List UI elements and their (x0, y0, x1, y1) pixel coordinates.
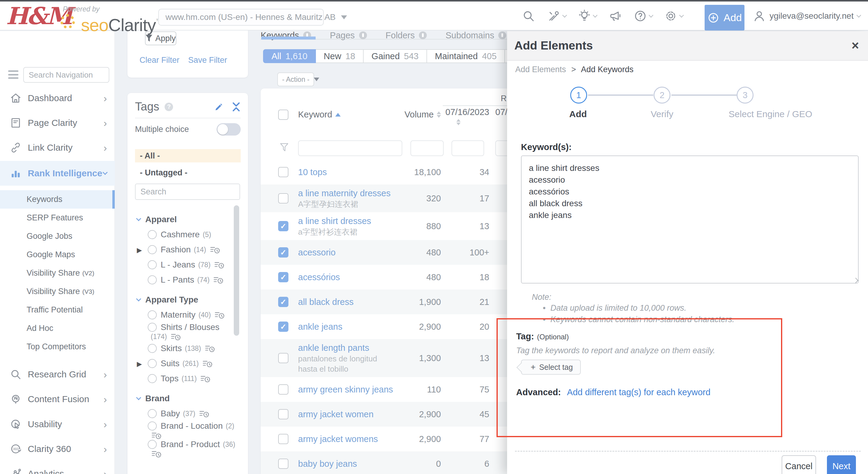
row-checkbox[interactable] (278, 321, 288, 332)
row-checkbox[interactable] (278, 459, 288, 469)
keyword-link[interactable]: acessorio (298, 248, 336, 257)
tag-tree-row[interactable]: Brand (135, 391, 237, 406)
segment-all[interactable]: All1,610 (263, 49, 316, 63)
add-button[interactable]: Add (705, 5, 744, 31)
tag-radio[interactable] (148, 275, 157, 284)
tag-tree-row[interactable]: Apparel Type (135, 292, 237, 307)
expand-arrow-icon[interactable]: ▶ (137, 360, 142, 368)
tag-filter-all[interactable]: - All - (135, 149, 241, 162)
keyword-link[interactable]: acessórios (298, 272, 340, 282)
column-header-date-1[interactable]: 07/16/2023 (412, 107, 489, 125)
tag-tree-row[interactable]: ▶ Suits (261) (135, 356, 237, 371)
row-checkbox[interactable] (278, 167, 288, 177)
sidebar-item-traffic-potential[interactable]: Traffic Potential (0, 301, 115, 319)
tools-icon[interactable] (547, 9, 566, 23)
tag-radio[interactable] (148, 310, 157, 319)
search-icon[interactable] (522, 9, 535, 23)
tag-tree-row[interactable]: Apparel (135, 212, 237, 227)
tag-tree-row[interactable]: Shirts / Blouses (174) (135, 322, 237, 341)
row-checkbox[interactable] (278, 297, 288, 307)
tag-radio[interactable] (148, 344, 157, 353)
gear-icon[interactable] (664, 9, 683, 23)
edit-tags-pencil-icon[interactable] (214, 102, 224, 112)
help-icon[interactable] (633, 9, 653, 23)
close-icon[interactable]: × (851, 39, 859, 52)
sidebar-item-visibility-share-v2[interactable]: Visibility Share(V2) (0, 264, 115, 282)
row-checkbox[interactable] (278, 221, 288, 231)
keyword-link[interactable]: 10 tops (298, 167, 327, 177)
advanced-tags-link[interactable]: Add different tag(s) for each keyword (567, 387, 710, 397)
sidebar-item-clarity-360[interactable]: 360° Clarity 360› (0, 437, 115, 461)
row-checkbox[interactable] (278, 247, 288, 257)
next-button[interactable]: Next (827, 455, 856, 474)
save-filter-link[interactable]: Save Filter (188, 56, 227, 65)
tag-radio[interactable] (148, 359, 157, 368)
row-checkbox[interactable] (278, 353, 288, 363)
row-checkbox[interactable] (278, 384, 288, 394)
sidebar-item-keywords[interactable]: Keywords (0, 190, 115, 209)
keyword-link[interactable]: all black dress (298, 297, 354, 307)
keyword-link[interactable]: baby boy jeans (298, 459, 357, 469)
sidebar-item-usability[interactable]: Usability› (0, 412, 115, 437)
row-checkbox[interactable] (278, 272, 288, 282)
sidebar-item-link-clarity[interactable]: Link Clarity› (0, 135, 115, 160)
sidebar-item-visibility-share-v3[interactable]: Visibility Share(V3) (0, 282, 115, 301)
sidebar-item-dashboard[interactable]: Dashboard› (0, 86, 115, 110)
keywords-textarea[interactable]: a line shirt dresses acessorio acessório… (521, 156, 859, 284)
breadcrumb-parent[interactable]: Add Elements (515, 65, 566, 74)
column-header-date-2-partial[interactable]: 07/ (495, 107, 507, 117)
tag-tree-row[interactable]: Brand - Location (2) (135, 421, 237, 440)
sidebar-item-google-maps[interactable]: Google Maps (0, 246, 115, 264)
tag-radio[interactable] (148, 409, 157, 418)
volume-filter-input[interactable] (410, 140, 444, 156)
tab-subdomains[interactable]: Subdomains (445, 31, 506, 39)
tab-pages[interactable]: Pages (330, 31, 367, 39)
tag-tree-row[interactable]: Brand - Product (36) (135, 440, 237, 458)
multiple-choice-toggle[interactable] (217, 123, 241, 135)
sidebar-item-ad-hoc[interactable]: Ad Hoc (0, 319, 115, 338)
tag-radio[interactable] (148, 323, 157, 332)
expand-arrow-icon[interactable]: ▶ (137, 246, 142, 254)
cancel-button[interactable]: Cancel (782, 455, 816, 474)
row-checkbox[interactable] (278, 434, 288, 444)
tag-tree-row[interactable]: L - Pants (74) (135, 272, 237, 287)
user-menu[interactable]: ygileva@seoclarity.net (753, 1, 861, 31)
collapse-section-icon[interactable] (231, 102, 241, 112)
keyword-filter-input[interactable] (298, 140, 402, 156)
segment-maintained[interactable]: Maintained405 (427, 49, 505, 63)
sidebar-item-google-jobs[interactable]: Google Jobs (0, 227, 115, 246)
tag-tree-row[interactable]: ▶ Fashion (14) (135, 242, 237, 257)
domain-selector[interactable]: www.hm.com (US-en) - Hennes & Mauritz AB (158, 9, 324, 26)
select-tag-button[interactable]: + Select tag (521, 359, 581, 375)
select-all-checkbox[interactable] (278, 109, 288, 120)
row-checkbox[interactable] (278, 409, 288, 419)
tag-tree-row[interactable]: Baby (37) (135, 406, 237, 421)
sidebar-item-top-competitors[interactable]: Top Competitors (0, 338, 115, 356)
date1-filter-input[interactable] (452, 140, 484, 156)
tag-radio[interactable] (148, 260, 157, 269)
row-checkbox[interactable] (278, 193, 288, 203)
sidebar-item-rank-intelligence[interactable]: Rank Intelligence (0, 161, 115, 186)
sidebar-item-research-grid[interactable]: Research Grid› (0, 362, 115, 387)
tag-filter-untagged[interactable]: - Untagged - (135, 167, 241, 179)
tag-radio[interactable] (148, 245, 157, 254)
sidebar-item-analytics[interactable]: Analytics› (0, 461, 115, 474)
lightbulb-icon[interactable] (578, 9, 597, 23)
tag-tree-row[interactable]: Cashmere (5) (135, 227, 237, 242)
keyword-link[interactable]: ankle length pants (298, 343, 369, 353)
action-dropdown[interactable]: - Action - (277, 72, 314, 86)
sidebar-item-content-fusion[interactable]: Content Fusion› (0, 387, 115, 411)
tags-scrollbar[interactable] (234, 205, 239, 336)
keyword-link[interactable]: ankle jeans (298, 322, 342, 331)
segment-new[interactable]: New18 (316, 49, 364, 63)
sidebar-item-page-clarity[interactable]: Page Clarity› (0, 110, 115, 135)
tab-folders[interactable]: Folders (386, 31, 427, 39)
tag-radio[interactable] (148, 230, 157, 239)
tag-radio[interactable] (148, 421, 157, 431)
tag-tree-row[interactable]: Maternity (40) (135, 307, 237, 322)
tag-tree-row[interactable]: Tops (111) (135, 371, 237, 386)
segment-gained[interactable]: Gained543 (364, 49, 427, 63)
tag-radio[interactable] (148, 374, 157, 383)
megaphone-icon[interactable] (608, 9, 622, 23)
tag-tree-row[interactable]: Skirts (138) (135, 341, 237, 356)
